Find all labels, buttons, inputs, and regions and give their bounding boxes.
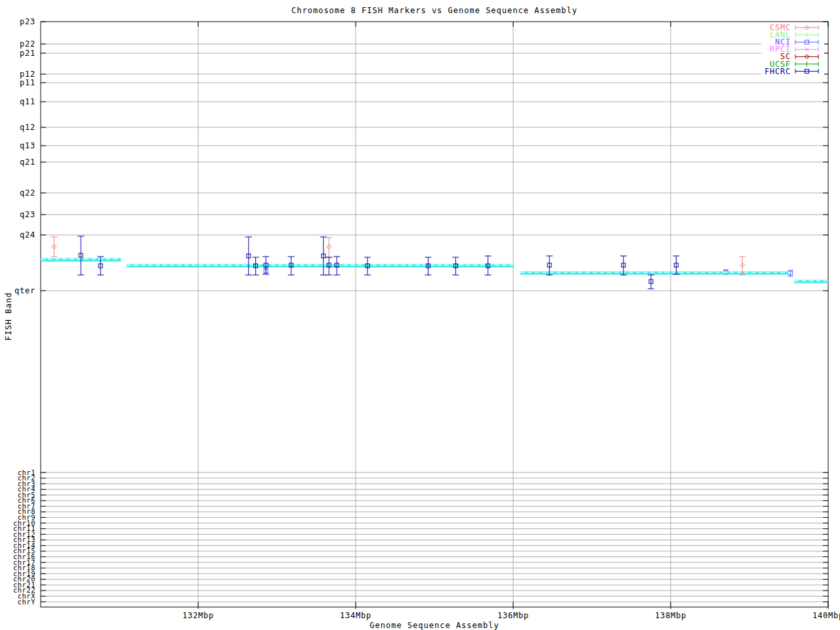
x-tick-label: 132Mbp bbox=[182, 611, 214, 620]
y-tick-label: q21 bbox=[20, 158, 35, 167]
fish-marker-chart: p23p22p21p12p11q11q12q13q21q22q23q24qter… bbox=[0, 0, 840, 630]
y-tick-label: p22 bbox=[20, 39, 35, 49]
x-axis-label: Genome Sequence Assembly bbox=[41, 621, 828, 630]
x-tick-label: 140Mbp bbox=[812, 611, 840, 620]
marker-diamond-dot bbox=[329, 247, 329, 247]
y-tick-label: p12 bbox=[20, 70, 35, 79]
x-tick-label: 134Mbp bbox=[340, 611, 371, 620]
y-axis-label: FISH Band bbox=[4, 282, 13, 350]
y-tick-label: p23 bbox=[20, 17, 35, 26]
chr-tick-label: chrY bbox=[18, 598, 35, 606]
x-tick-label: 136Mbp bbox=[497, 611, 529, 620]
y-tick-label: q24 bbox=[20, 230, 35, 240]
y-tick-label: q12 bbox=[20, 123, 35, 132]
legend-label: FHCRC bbox=[765, 67, 791, 76]
y-tick-label: q13 bbox=[20, 141, 35, 150]
marker-diamond-dot bbox=[807, 28, 807, 28]
y-tick-label: q23 bbox=[20, 210, 35, 219]
y-tick-label: p21 bbox=[20, 49, 35, 58]
plot-border bbox=[41, 22, 828, 607]
y-tick-label: p11 bbox=[20, 78, 35, 87]
y-tick-label: q11 bbox=[20, 97, 35, 106]
marker-diamond-dot bbox=[54, 247, 54, 247]
y-tick-label: qter bbox=[14, 286, 35, 295]
x-tick-label: 138Mbp bbox=[655, 611, 686, 620]
marker-diamond-dot bbox=[742, 265, 743, 266]
marker-diamond-dot bbox=[807, 56, 807, 57]
y-tick-label: q22 bbox=[20, 188, 35, 198]
chart-title: Chromosome 8 FISH Markers vs Genome Sequ… bbox=[41, 6, 828, 15]
chart-plot-svg: p23p22p21p12p11q11q12q13q21q22q23q24qter… bbox=[0, 0, 840, 630]
